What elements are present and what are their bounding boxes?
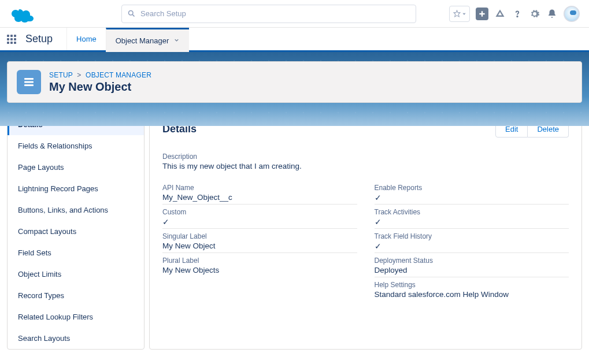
svg-marker-3	[462, 13, 465, 14]
field-label: Track Activities	[375, 208, 569, 216]
svg-point-0	[129, 10, 134, 15]
field-track-activities: Track Activities ✓	[375, 208, 569, 229]
field-value: My New Object	[162, 242, 357, 253]
breadcrumb-setup[interactable]: SETUP	[49, 71, 73, 79]
sidenav-item-lookup-filters[interactable]: Related Lookup Filters	[8, 306, 144, 328]
main: Details Fields & Relationships Page Layo…	[0, 110, 589, 356]
field-value: ✓	[375, 217, 569, 229]
breadcrumb: SETUP > OBJECT MANAGER	[49, 71, 151, 79]
check-icon: ✓	[375, 217, 381, 226]
field-label: API Name	[162, 184, 357, 192]
field-label: Description	[162, 153, 569, 161]
search-icon	[127, 9, 136, 20]
svg-point-6	[517, 16, 518, 17]
app-launcher[interactable]	[0, 28, 23, 50]
sidenav-item-compact-layouts[interactable]: Compact Layouts	[8, 221, 144, 242]
field-label: Help Settings	[375, 281, 569, 289]
field-value: My New Objects	[162, 266, 357, 277]
global-header	[0, 0, 589, 28]
svg-rect-8	[24, 81, 34, 83]
app-name: Setup	[23, 28, 66, 50]
sidenav-item-page-layouts[interactable]: Page Layouts	[8, 157, 144, 178]
content-panel: Details Edit Delete Description This is …	[149, 110, 582, 350]
check-icon: ✓	[162, 217, 169, 226]
detail-columns: API Name My_New_Object__c Custom ✓ Singu…	[162, 184, 569, 305]
field-label: Track Field History	[375, 232, 569, 240]
svg-rect-7	[24, 78, 34, 80]
field-value: ✓	[375, 242, 569, 253]
sidenav-item-field-sets[interactable]: Field Sets	[8, 242, 144, 263]
sidenav-item-lightning-pages[interactable]: Lightning Record Pages	[8, 178, 144, 199]
svg-line-1	[132, 14, 134, 16]
sidenav-item-record-types[interactable]: Record Types	[8, 285, 144, 306]
field-api-name: API Name My_New_Object__c	[162, 184, 357, 205]
avatar[interactable]	[564, 6, 580, 22]
field-track-field-history: Track Field History ✓	[375, 232, 569, 253]
page-header-card: SETUP > OBJECT MANAGER My New Object	[7, 61, 582, 103]
waffle-icon	[7, 35, 16, 44]
svg-marker-2	[454, 10, 460, 17]
breadcrumb-separator: >	[77, 71, 81, 79]
sidenav: Details Fields & Relationships Page Layo…	[7, 110, 145, 350]
svg-rect-5	[479, 13, 484, 14]
field-enable-reports: Enable Reports ✓	[375, 184, 569, 205]
field-label: Plural Label	[162, 257, 357, 265]
context-bar: Setup Home Object Manager	[0, 28, 589, 52]
sidenav-item-search-layouts[interactable]: Search Layouts	[8, 328, 144, 349]
check-icon: ✓	[375, 193, 381, 202]
field-label: Deployment Status	[375, 257, 569, 265]
sidenav-item-fields[interactable]: Fields & Relationships	[8, 135, 144, 157]
sidenav-item-buttons-links[interactable]: Buttons, Links, and Actions	[8, 199, 144, 221]
bell-icon[interactable]	[546, 8, 558, 20]
favorites-button[interactable]	[449, 6, 470, 22]
field-value: ✓	[162, 217, 357, 229]
gear-icon[interactable]	[529, 8, 540, 20]
field-label: Enable Reports	[375, 184, 569, 192]
right-column: Enable Reports ✓ Track Activities ✓ Trac…	[375, 184, 569, 305]
field-label: Custom	[162, 208, 357, 216]
help-icon[interactable]	[512, 8, 523, 20]
search-input[interactable]	[121, 5, 416, 23]
sidenav-item-object-limits[interactable]: Object Limits	[8, 263, 144, 285]
tab-object-manager[interactable]: Object Manager	[106, 28, 190, 52]
page-header-band: SETUP > OBJECT MANAGER My New Object	[0, 52, 589, 126]
add-icon[interactable]	[476, 8, 488, 20]
header-actions	[449, 6, 580, 22]
global-search	[121, 5, 416, 23]
check-icon: ✓	[375, 242, 381, 251]
salesforce-logo	[9, 5, 35, 23]
field-value: This is my new object that I am creating…	[162, 162, 569, 172]
field-deployment-status: Deployment Status Deployed	[375, 257, 569, 277]
field-value: My_New_Object__c	[162, 193, 357, 205]
field-plural-label: Plural Label My New Objects	[162, 257, 357, 277]
field-label: Singular Label	[162, 232, 357, 240]
description-field: Description This is my new object that I…	[162, 153, 569, 172]
left-column: API Name My_New_Object__c Custom ✓ Singu…	[162, 184, 357, 305]
svg-rect-9	[24, 84, 34, 86]
field-singular-label: Singular Label My New Object	[162, 232, 357, 253]
trailhead-icon[interactable]	[494, 8, 506, 20]
tab-home[interactable]: Home	[66, 28, 106, 50]
breadcrumb-object-manager[interactable]: OBJECT MANAGER	[86, 71, 151, 79]
field-value: Deployed	[375, 266, 569, 277]
object-icon	[17, 70, 41, 94]
chevron-down-icon	[173, 36, 180, 45]
field-value: ✓	[375, 193, 569, 205]
field-help-settings: Help Settings Standard salesforce.com He…	[375, 281, 569, 302]
tab-label: Object Manager	[116, 36, 169, 45]
page-title: My New Object	[49, 80, 151, 94]
field-custom: Custom ✓	[162, 208, 357, 229]
field-value: Standard salesforce.com Help Window	[375, 290, 569, 302]
